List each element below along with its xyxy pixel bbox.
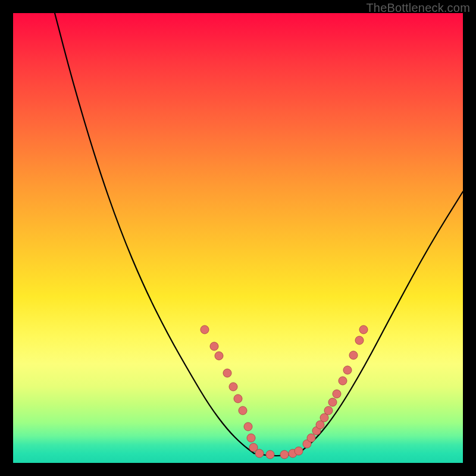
marker-dot	[215, 352, 223, 360]
marker-dot	[201, 325, 209, 334]
marker-dot	[280, 450, 289, 459]
marker-dot	[333, 390, 341, 398]
marker-dot	[266, 450, 274, 459]
plot-svg	[13, 13, 463, 463]
marker-dot	[349, 351, 358, 359]
marker-dot	[247, 434, 255, 442]
marker-group	[201, 325, 368, 459]
marker-dot	[339, 377, 347, 385]
marker-dot	[244, 422, 252, 431]
marker-dot	[239, 406, 247, 415]
marker-dot	[307, 434, 315, 442]
marker-dot	[343, 366, 352, 374]
marker-dot	[255, 449, 264, 458]
marker-dot	[295, 447, 303, 455]
marker-dot	[223, 369, 231, 377]
gradient-plot-area	[13, 13, 463, 463]
marker-dot	[324, 406, 333, 415]
marker-dot	[359, 325, 368, 334]
marker-dot	[234, 394, 242, 403]
curve-left-branch	[55, 13, 254, 453]
watermark-text: TheBottleneck.com	[366, 1, 470, 15]
marker-dot	[210, 342, 218, 350]
marker-dot	[229, 383, 237, 391]
marker-dot	[355, 336, 364, 345]
marker-dot	[328, 398, 337, 406]
